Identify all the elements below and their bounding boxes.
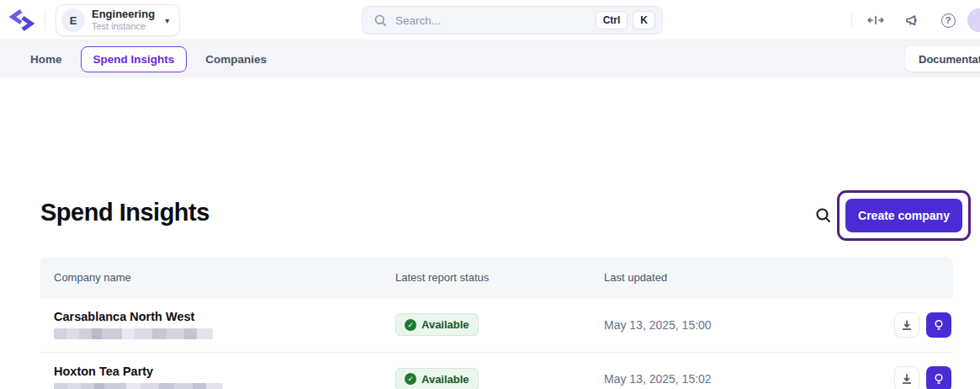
status-label: Available [421,318,469,331]
insights-button[interactable] [926,312,951,338]
download-report-button[interactable] [894,312,919,338]
k-keycap: K [633,11,655,29]
check-circle-icon: ✓ [405,319,416,331]
column-company-name: Company name [40,271,395,284]
nav-bar: Home Spend Insights Companies Documentat… [0,40,980,77]
app-logo-icon [8,7,35,34]
workspace-avatar: E [61,8,85,32]
table-row[interactable]: Carsablanca North West ✓ Available May 1… [40,298,953,353]
check-circle-icon: ✓ [405,373,416,385]
nav-item-companies[interactable]: Companies [193,47,278,72]
nav-item-spend-insights[interactable]: Spend Insights [81,46,188,72]
redacted-subtitle [54,383,223,389]
download-icon [901,319,913,331]
status-label: Available [421,373,469,386]
column-last-updated: Last updated [604,271,832,284]
page-title: Spend Insights [40,199,209,226]
lightbulb-icon [933,373,945,385]
workspace-name: Engineering [92,8,155,21]
company-name: Carsablanca North West [54,310,395,323]
status-badge: ✓ Available [395,368,479,389]
table-row[interactable]: Hoxton Tea Party ✓ Available May 13, 202… [40,353,953,389]
status-badge: ✓ Available [395,313,479,336]
company-name: Hoxton Tea Party [54,365,395,378]
table-body: Carsablanca North West ✓ Available May 1… [40,298,953,389]
download-report-button[interactable] [894,366,919,389]
companies-table: Company name Latest report status Last u… [40,257,953,389]
top-bar: E Engineering Test instance ▾ Ctrl K [0,0,980,40]
split-panel-icon[interactable] [866,11,885,29]
megaphone-icon[interactable] [903,11,922,29]
highlight-ring: Create company [837,190,971,241]
documentation-button[interactable]: Documentation [905,46,980,72]
last-updated-value: May 13, 2025, 15:02 [604,372,712,386]
help-icon[interactable]: ? [939,11,957,29]
ctrl-keycap: Ctrl [596,11,628,29]
global-search[interactable]: Ctrl K [362,6,663,35]
workspace-subtitle: Test instance [92,21,155,32]
table-header: Company name Latest report status Last u… [40,257,953,298]
download-icon [901,373,913,385]
nav-item-home[interactable]: Home [19,47,74,72]
create-company-button[interactable]: Create company [845,199,962,232]
table-search-icon[interactable] [813,205,834,227]
insights-button[interactable] [926,366,951,389]
user-avatar[interactable] [967,8,980,32]
last-updated-value: May 13, 2025, 15:00 [604,318,712,332]
divider [45,10,45,30]
search-input[interactable] [395,14,591,27]
lightbulb-icon [933,319,945,331]
divider [851,12,852,29]
search-icon [374,14,387,27]
workspace-selector[interactable]: E Engineering Test instance ▾ [56,4,180,36]
chevron-down-icon: ▾ [165,16,169,25]
column-report-status: Latest report status [395,271,604,284]
redacted-subtitle [54,328,213,339]
